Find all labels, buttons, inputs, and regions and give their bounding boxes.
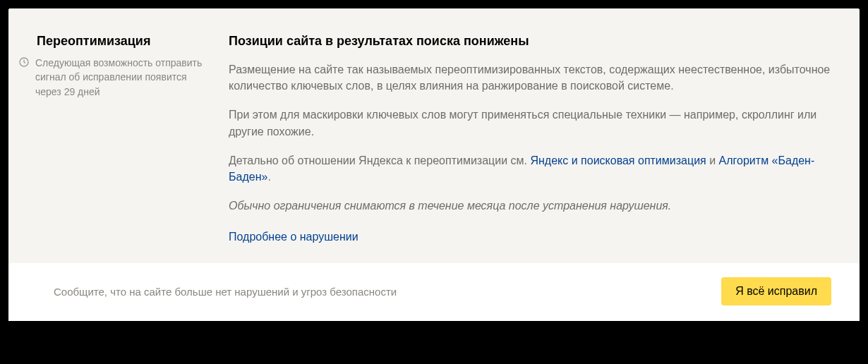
para3-mid: и [706, 154, 719, 166]
clock-icon [18, 56, 30, 68]
description-para-1: Размещение на сайте так называемых перео… [229, 61, 831, 94]
subtitle: Позиции сайта в результатах поиска пониж… [229, 34, 831, 49]
card-content: Переоптимизация Следующая возможность от… [8, 8, 860, 263]
status-row: Следующая возможность отправить сигнал о… [18, 56, 212, 99]
para3-pre: Детально об отношении Яндекса к переопти… [229, 154, 530, 166]
link-yandex-seo[interactable]: Яндекс и поисковая оптимизация [530, 154, 706, 166]
main-content: Позиции сайта в результатах поиска пониж… [229, 34, 831, 243]
footer-message: Сообщите, что на сайте больше нет наруше… [54, 286, 397, 298]
fixed-button[interactable]: Я всё исправил [721, 277, 831, 305]
description-para-4: Обычно ограничения снимаются в течение м… [229, 198, 831, 214]
sidebar: Переоптимизация Следующая возможность от… [37, 34, 212, 243]
description-para-3: Детально об отношении Яндекса к переопти… [229, 152, 831, 185]
violation-title: Переоптимизация [37, 34, 212, 49]
status-text: Следующая возможность отправить сигнал о… [35, 56, 212, 99]
violation-card: Переоптимизация Следующая возможность от… [8, 8, 860, 321]
more-about-violation-link[interactable]: Подробнее о нарушении [229, 231, 358, 243]
para3-post: . [267, 171, 270, 183]
card-footer: Сообщите, что на сайте больше нет наруше… [8, 263, 860, 321]
description-para-2: При этом для маскировки ключевых слов мо… [229, 107, 831, 139]
